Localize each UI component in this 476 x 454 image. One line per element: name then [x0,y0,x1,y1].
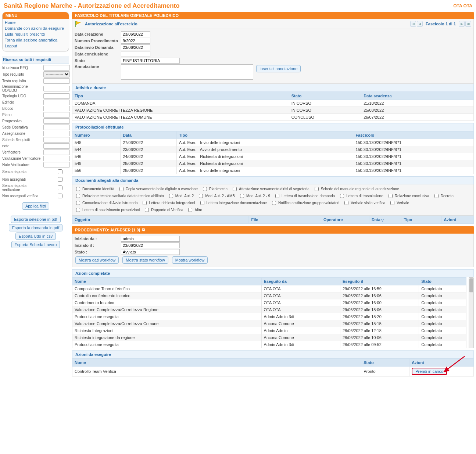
nav-first-icon[interactable]: ⏮ [410,21,416,27]
table-cell: 25/08/2022 [361,107,474,114]
form-value [121,242,180,248]
table-row: Controllo conferimento incaricoOTA OTA29… [72,292,466,299]
filter-label: Valutazione Verificatore [2,156,42,161]
doc-checkbox[interactable] [143,201,147,205]
table-cell: 546 [72,153,121,160]
filter-input[interactable] [43,131,70,136]
filter-input[interactable] [43,156,70,161]
inserisci-annotazione-button[interactable]: Inserisci annotazione [256,65,301,72]
filter-input[interactable] [43,149,70,155]
scrollbar[interactable] [469,277,474,348]
workflow-button[interactable]: Mostra dati workflow [75,256,119,264]
doc-checkbox[interactable] [76,194,80,198]
doc-check-label: Verbale visita verifica [351,200,385,206]
table-cell: Completato [419,313,466,320]
nav-last-icon[interactable]: ⏭ [465,21,471,27]
form-label: Data conclusione [75,52,119,56]
doc-checkbox[interactable] [76,208,80,212]
table-cell: Aut. Eser. - Richiesta di integrazioni [176,153,353,160]
doc-checkbox[interactable] [233,187,237,191]
export-button[interactable]: Esporta la domanda in pdf [9,224,62,231]
column-header: Eseguito da [261,278,340,285]
menu-item[interactable]: Lista requisiti prescritti [5,31,67,37]
nav-next-icon[interactable]: ▶ [459,21,465,27]
filter-input[interactable] [58,194,62,198]
prendi-in-carico-button[interactable]: Prendi in carico [412,368,447,375]
annotazione-textarea[interactable] [121,64,253,80]
workflow-button[interactable]: Mostra workflow [172,256,208,264]
workflow-button[interactable]: Mostra stato workflow [122,256,168,264]
doc-checkbox[interactable] [119,187,124,191]
menu-item[interactable]: Logout [5,43,67,49]
column-header: Stato [289,92,361,100]
table-cell: Admin Admin [261,327,340,334]
filter-label: Tipologia UDO [2,94,42,98]
filter-input[interactable] [43,125,70,130]
filter-input[interactable] [43,86,70,91]
filter-input[interactable] [58,185,62,190]
nav-prev-icon[interactable]: ◀ [417,21,423,27]
doc-checkbox[interactable] [340,194,344,198]
table-row: VALUTAZIONE CORRETTEZZA REGIONEIN CORSO2… [72,107,474,114]
doc-check-label: Attestazione versamento diritti di segre… [239,186,309,192]
doc-checkbox[interactable] [203,187,207,191]
filter-input[interactable] [43,93,70,99]
menu-item[interactable]: Home [5,19,67,25]
filter-input[interactable] [43,137,70,143]
filter-input[interactable] [43,65,70,71]
doc-checkbox[interactable] [169,194,173,198]
menu-item[interactable]: Torna alla sezione anagrafica [5,37,67,43]
search-title: Ricerca su tutti i requisiti [2,56,69,64]
column-header[interactable]: Oggetto [72,216,249,224]
doc-checkbox[interactable] [315,187,319,191]
column-header[interactable]: Operatore [321,216,369,224]
filter-input[interactable] [43,162,70,167]
doc-checkbox[interactable] [200,201,204,205]
export-button[interactable]: Esporta Udo in csv [15,233,56,240]
table-cell: 28/06/2022 alle 12:18 [340,327,419,334]
doc-checkbox[interactable] [389,194,393,198]
doc-checkbox[interactable] [188,208,192,212]
doc-checkbox[interactable] [434,194,439,198]
doc-checkbox[interactable] [272,201,276,205]
doc-checkbox[interactable] [344,201,348,205]
doc-checkbox[interactable] [199,194,203,198]
filter-input[interactable] [43,112,70,118]
export-button[interactable]: Esporta selezione in pdf [11,216,60,223]
table-cell: 548 [72,139,121,146]
table-cell: Aut. Eser. - Invio delle integrazioni [176,167,353,174]
table-row: Richiesta IntegrazioniAdmin Admin28/06/2… [72,327,466,334]
column-header: Data scadenza [361,92,474,100]
column-header[interactable]: File [249,216,321,224]
filter-input[interactable] [43,106,70,111]
detach-icon[interactable]: ⧉ [142,227,145,232]
export-button[interactable]: Esporta Scheda Lavoro [11,241,60,248]
filter-label: Note Verificatore [2,163,42,167]
filter-input[interactable]: --------------- [43,71,70,78]
filter-input[interactable] [43,78,70,84]
doc-checkbox[interactable] [145,208,149,212]
column-header[interactable]: Azioni [441,216,473,224]
filter-input[interactable] [58,169,62,174]
apply-filters-button[interactable]: Applica filtri [22,202,49,210]
table-cell: OTA OTA [261,299,340,306]
doc-checkbox[interactable] [76,201,80,205]
doc-checkbox[interactable] [76,187,80,191]
doc-checkbox[interactable] [275,194,279,198]
filter-label: Blocco [2,107,42,111]
filter-input[interactable] [43,118,70,124]
filter-input[interactable] [58,177,62,182]
doc-check-label: Decreto [441,193,454,199]
table-cell: Aut. Eser. - Avvio del procedimento [176,146,353,153]
doc-checkbox[interactable] [240,194,244,198]
menu-item[interactable]: Domande con azioni da eseguire [5,25,67,31]
sort-desc-icon[interactable]: ▽ [380,218,384,222]
table-cell: IN CORSO [289,100,361,107]
filter-input[interactable] [43,143,70,149]
protocollazioni-header: Protocollazioni effettuate [72,123,474,131]
doc-checkbox[interactable] [390,201,394,205]
column-header[interactable]: Tipo [401,216,441,224]
filter-input[interactable] [43,100,70,105]
column-header[interactable]: Data ▽ [369,216,401,224]
doc-check-label: Planimetria [209,186,228,192]
